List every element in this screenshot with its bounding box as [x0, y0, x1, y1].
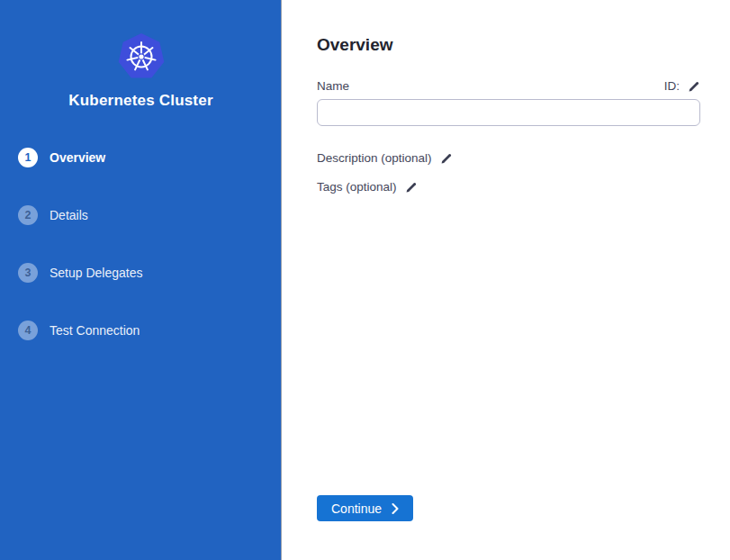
- pencil-icon: [688, 80, 700, 93]
- name-input[interactable]: [317, 99, 700, 126]
- edit-description-button[interactable]: [440, 152, 453, 165]
- page-title: Overview: [317, 35, 393, 55]
- step-number-badge: 3: [18, 263, 38, 283]
- tags-field-header: Tags (optional): [317, 180, 418, 194]
- step-number-badge: 2: [18, 205, 38, 225]
- step-number-badge: 1: [18, 148, 38, 167]
- id-label: ID:: [664, 79, 680, 93]
- step-overview[interactable]: 1 Overview: [18, 148, 272, 167]
- continue-label: Continue: [331, 501, 382, 516]
- edit-tags-button[interactable]: [405, 181, 418, 194]
- name-field-header: Name ID:: [317, 79, 700, 93]
- step-details[interactable]: 2 Details: [18, 205, 272, 225]
- logo-container: [0, 32, 282, 79]
- pencil-icon: [405, 181, 418, 194]
- wizard-steps: 1 Overview 2 Details 3 Setup Delegates 4…: [18, 148, 272, 378]
- step-test-connection[interactable]: 4 Test Connection: [18, 321, 272, 340]
- step-label: Overview: [50, 150, 105, 165]
- description-field-header: Description (optional): [317, 151, 453, 165]
- step-label: Setup Delegates: [50, 266, 143, 280]
- wizard-sidebar: Kubernetes Cluster 1 Overview 2 Details …: [0, 0, 282, 560]
- id-edit-group: ID:: [664, 79, 700, 93]
- connector-type-title: Kubernetes Cluster: [0, 92, 282, 110]
- edit-id-button[interactable]: [688, 80, 700, 93]
- continue-button[interactable]: Continue: [317, 495, 413, 521]
- pencil-icon: [440, 152, 453, 165]
- description-label: Description (optional): [317, 151, 432, 165]
- create-connector-wizard: Kubernetes Cluster 1 Overview 2 Details …: [0, 0, 730, 560]
- tags-label: Tags (optional): [317, 180, 397, 194]
- step-label: Details: [50, 208, 88, 222]
- kubernetes-wheel-icon: [118, 32, 165, 79]
- step-label: Test Connection: [50, 323, 140, 338]
- step-number-badge: 4: [18, 321, 38, 340]
- name-label: Name: [317, 79, 349, 93]
- overview-panel: Overview Name ID: Description (optional): [283, 0, 730, 560]
- chevron-right-icon: [392, 503, 399, 514]
- step-setup-delegates[interactable]: 3 Setup Delegates: [18, 263, 272, 283]
